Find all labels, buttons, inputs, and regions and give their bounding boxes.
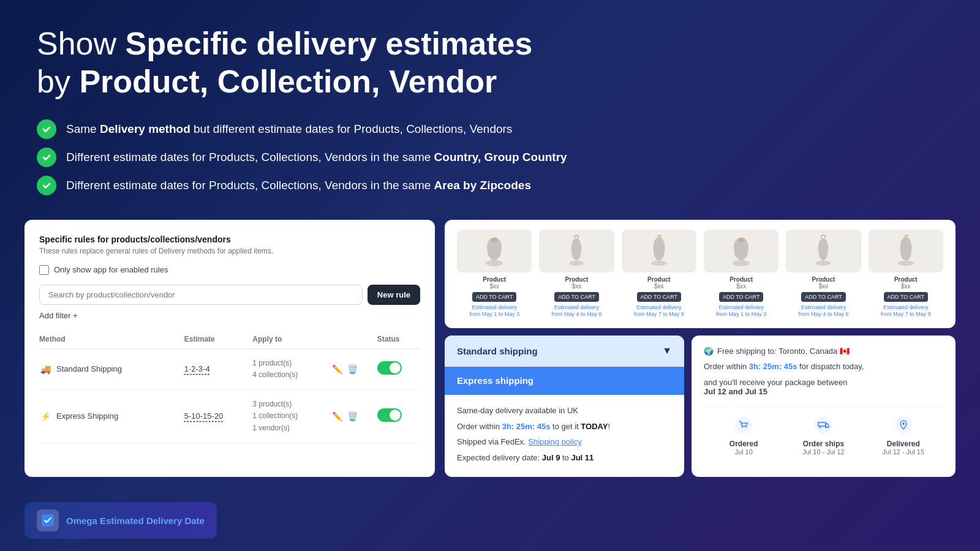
edit-icon-express[interactable]: ✏️: [332, 411, 342, 421]
estimated-delivery-5: Estimated deliveryfrom May 4 to May 6: [786, 304, 861, 318]
product-price-6: $xx: [869, 283, 943, 290]
step-ships: Order ships Jul 10 - Jul 12: [783, 414, 863, 455]
product-name-5: Product: [786, 276, 861, 283]
estimated-delivery-4: Estimated deliveryfrom May 1 to May 3: [704, 304, 778, 318]
svg-point-0: [486, 260, 503, 266]
shipping-panel: Standard shipping ▼ Express shipping Sam…: [445, 335, 684, 477]
svg-point-11: [815, 416, 832, 433]
col-apply: Apply to: [252, 330, 332, 349]
feature-list: Same Delivery method but different estim…: [37, 119, 943, 195]
checkbox-label: Only show app for enabled rules: [54, 265, 168, 274]
product-name-4: Product: [704, 276, 778, 283]
subtitle-bold: Product, Collection, Vendor: [79, 64, 497, 99]
standard-apply: 1 product(s)4 collection(s): [252, 358, 332, 381]
col-method: Method: [39, 330, 184, 349]
step-ships-date: Jul 10 - Jul 12: [783, 448, 863, 455]
estimated-delivery-3: Estimated deliveryfrom May 7 to May 9: [622, 304, 696, 318]
free-shipping-panel: 🌍 Free shipping to: Toronto, Canada 🇨🇦 O…: [692, 335, 956, 477]
edit-icon-standard[interactable]: ✏️: [332, 364, 342, 374]
express-toggle[interactable]: [377, 408, 402, 422]
standard-shipping-name: Standard Shipping: [56, 364, 122, 373]
method-cell-standard: 🚚 Standard Shipping: [39, 363, 184, 375]
product-image-3: [622, 230, 696, 272]
add-filter[interactable]: Add filter +: [39, 311, 420, 320]
table-row: 🚚 Standard Shipping 1-2-3-4 1 product(s)…: [39, 348, 420, 389]
svg-point-13: [826, 426, 827, 428]
add-to-cart-2[interactable]: ADD TO CART: [554, 292, 599, 302]
shipping-dropdown-label: Standard shipping: [457, 346, 538, 356]
feature-text-1: Same Delivery method but different estim…: [66, 122, 512, 136]
search-input[interactable]: [39, 285, 363, 305]
express-estimate: 5-10-15-20: [184, 411, 224, 421]
panel-subtitle: These rules replace general rules of Del…: [39, 247, 420, 255]
product-image-2: [539, 230, 614, 272]
bottom-row: Standard shipping ▼ Express shipping Sam…: [445, 335, 956, 477]
add-to-cart-1[interactable]: ADD TO CART: [472, 292, 517, 302]
product-image-5: [786, 230, 861, 272]
shipping-info-line-4: Expected delivery date: Jul 9 to Jul 11: [457, 452, 672, 464]
shipping-policy-link[interactable]: Shipping policy: [528, 437, 581, 446]
express-actions[interactable]: ✏️ 🗑️: [332, 411, 377, 421]
check-icon-1: [37, 119, 56, 139]
express-option-label: Express shipping: [457, 375, 533, 386]
express-shipping-icon: ⚡: [39, 410, 51, 422]
free-shipping-destination: Free shipping to: Toronto, Canada 🇨🇦: [717, 347, 850, 356]
add-to-cart-3[interactable]: ADD TO CART: [637, 292, 682, 302]
svg-point-1: [491, 238, 498, 242]
shipping-info-line-3: Shipped via FedEx. Shipping policy: [457, 436, 672, 448]
add-to-cart-4[interactable]: ADD TO CART: [719, 292, 764, 302]
delivery-start-date: Jul 9: [542, 453, 560, 462]
delivery-end-date: Jul 11: [571, 453, 594, 462]
product-card-5: Product $xx ADD TO CART Estimated delive…: [786, 230, 861, 318]
logo-bar: Omega Estimated Delivery Date: [24, 502, 217, 539]
product-price-2: $xx: [539, 283, 614, 290]
step-ordered-date: Jul 10: [704, 448, 783, 455]
free-shipping-timer: 3h: 25m: 45s: [749, 362, 797, 371]
product-card-6: Product $xx ADD TO CART Estimated delive…: [869, 230, 943, 318]
table-row: ⚡ Express Shipping 5-10-15-20 3 product(…: [39, 390, 420, 443]
svg-point-9: [742, 427, 743, 428]
shipping-option-express[interactable]: Express shipping: [445, 367, 684, 395]
add-to-cart-5[interactable]: ADD TO CART: [801, 292, 846, 302]
title-bold: Specific delivery estimates: [126, 26, 533, 61]
product-price-5: $xx: [786, 283, 861, 290]
step-delivered-label: Delivered: [864, 440, 943, 448]
product-card-1: Product $xx ADD TO CART Estimated delive…: [457, 230, 532, 318]
standard-actions[interactable]: ✏️ 🗑️: [332, 364, 377, 374]
delivery-range-text: and you'll receive your package between …: [704, 378, 943, 396]
delivery-range-dates: Jul 12 and Jul 15: [704, 387, 767, 396]
free-shipping-header: 🌍 Free shipping to: Toronto, Canada 🇨🇦: [704, 347, 943, 356]
today-label: TODAY: [581, 422, 608, 431]
product-image-4: [704, 230, 778, 272]
new-rule-button[interactable]: New rule: [368, 285, 420, 305]
add-to-cart-6[interactable]: ADD TO CART: [884, 292, 929, 302]
product-card-2: Product $xx ADD TO CART Estimated delive…: [539, 230, 614, 318]
delete-icon-standard[interactable]: 🗑️: [347, 364, 358, 374]
product-price-4: $xx: [704, 283, 778, 290]
method-cell-express: ⚡ Express Shipping: [39, 410, 184, 422]
panel-title: Specific rules for products/collections/…: [39, 234, 420, 244]
feature-text-3: Different estimate dates for Products, C…: [66, 179, 531, 192]
delivery-steps: Ordered Jul 10: [704, 406, 943, 455]
product-image-6: [869, 230, 943, 272]
product-grid: Product $xx ADD TO CART Estimated delive…: [457, 230, 943, 318]
delete-icon-express[interactable]: 🗑️: [347, 411, 358, 421]
col-estimate: Estimate: [184, 330, 253, 349]
enabled-rules-checkbox[interactable]: [39, 265, 49, 275]
chevron-down-icon: ▼: [662, 345, 672, 356]
svg-point-8: [735, 416, 752, 433]
shipping-dropdown[interactable]: Standard shipping ▼: [445, 335, 684, 367]
estimated-delivery-2: Estimated deliveryfrom May 4 to May 6: [539, 304, 614, 318]
col-status: Status: [377, 330, 420, 349]
product-name-2: Product: [539, 276, 614, 283]
estimated-delivery-1: Estimated deliveryfrom May 1 to May 3: [457, 304, 532, 318]
step-delivered-date: Jul 12 - Jul 15: [864, 448, 943, 455]
feature-text-2: Different estimate dates for Products, C…: [66, 151, 567, 164]
standard-toggle[interactable]: [377, 361, 402, 375]
order-timer-text: Order within 3h: 25m: 45s for dispatch t…: [704, 361, 943, 373]
standard-estimate: 1-2-3-4: [184, 364, 210, 373]
checkbox-row[interactable]: Only show app for enabled rules: [39, 265, 420, 275]
timer-display: 3h: 25m: 45s: [502, 422, 551, 431]
rules-table: Method Estimate Apply to Status 🚚 Standa…: [39, 330, 420, 443]
product-card-3: Product $xx ADD TO CART Estimated delive…: [622, 230, 696, 318]
